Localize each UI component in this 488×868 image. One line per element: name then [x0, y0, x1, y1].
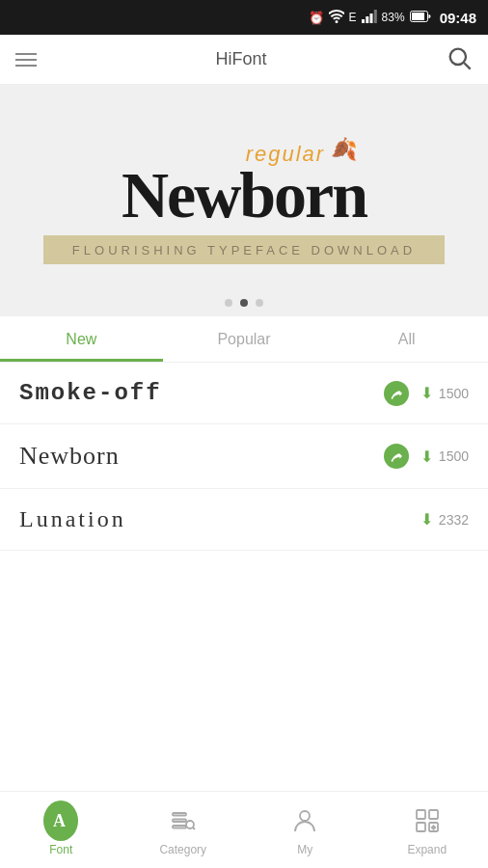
font-name-smokeoff: Smoke-off [19, 380, 376, 406]
svg-text:A: A [53, 811, 66, 830]
alarm-icon: ⏰ [309, 11, 324, 25]
app-title: HiFont [215, 49, 266, 69]
download-arrow-1: ⬇ [420, 384, 433, 402]
badge-smokeoff [384, 381, 409, 406]
svg-rect-5 [412, 13, 424, 20]
svg-rect-2 [369, 14, 372, 23]
svg-rect-16 [429, 810, 438, 819]
svg-rect-10 [173, 820, 186, 823]
downloads-lunation: ⬇ 2332 [420, 510, 469, 529]
nav-my[interactable]: My [244, 792, 366, 868]
nav-expand[interactable]: Expand [366, 792, 489, 868]
nav-font[interactable]: A Font [0, 792, 122, 868]
banner-subtitle-bar: Flourishing Typeface Download [43, 235, 445, 264]
tab-popular[interactable]: Popular [163, 316, 326, 362]
nav-font-label: Font [49, 843, 72, 856]
bottom-navigation: A Font Category [0, 791, 488, 868]
font-item-newborn[interactable]: Newborn ⬇ 1500 [0, 424, 488, 489]
dot-3 [256, 299, 263, 307]
svg-rect-1 [366, 16, 368, 23]
banner: regular 🍂 Newborn Flourishing Typeface D… [0, 85, 488, 316]
svg-line-7 [464, 63, 470, 68]
svg-rect-17 [417, 823, 425, 831]
tab-all[interactable]: All [325, 316, 488, 362]
download-arrow-2: ⬇ [420, 448, 433, 466]
svg-rect-15 [417, 810, 425, 819]
wifi-icon [329, 10, 344, 26]
svg-point-12 [186, 821, 194, 828]
expand-nav-icon [410, 803, 445, 838]
font-nav-icon: A [43, 803, 78, 838]
font-name-lunation: Lunation [19, 506, 409, 532]
my-nav-icon [287, 803, 322, 838]
svg-point-14 [300, 811, 310, 821]
nav-my-label: My [297, 843, 312, 856]
network-type: E [349, 11, 357, 24]
battery-label: 83% [382, 11, 405, 24]
downloads-newborn: ⬇ 1500 [420, 448, 469, 466]
banner-dots [225, 299, 263, 307]
top-navigation: HiFont [0, 35, 488, 85]
svg-line-13 [193, 827, 195, 829]
tab-new[interactable]: New [0, 316, 163, 362]
banner-subtitle: Flourishing Typeface Download [72, 243, 416, 258]
nav-expand-label: Expand [407, 843, 447, 856]
dot-2 [240, 299, 248, 307]
battery-icon [410, 11, 431, 25]
download-count-3: 2332 [439, 512, 469, 528]
search-button[interactable] [446, 44, 473, 75]
banner-title: Newborn [122, 162, 366, 228]
downloads-smokeoff: ⬇ 1500 [420, 384, 469, 402]
nav-category-label: Category [159, 843, 206, 856]
status-bar: ⏰ E 83% 09:48 [0, 0, 488, 35]
font-name-newborn: Newborn [19, 442, 376, 471]
svg-rect-0 [362, 19, 365, 23]
menu-button[interactable] [15, 53, 37, 67]
svg-rect-11 [173, 826, 186, 828]
signal-icon [362, 10, 377, 26]
svg-point-6 [450, 48, 466, 64]
badge-newborn [384, 444, 409, 469]
download-count-1: 1500 [439, 386, 469, 401]
category-nav-icon [166, 803, 201, 838]
nav-category[interactable]: Category [122, 792, 245, 868]
tab-bar: New Popular All [0, 316, 488, 363]
font-item-smokeoff[interactable]: Smoke-off ⬇ 1500 [0, 363, 488, 424]
clock-display: 09:48 [440, 10, 476, 26]
svg-rect-3 [373, 10, 376, 23]
download-arrow-3: ⬇ [420, 510, 433, 529]
download-count-2: 1500 [439, 448, 469, 464]
svg-rect-9 [173, 813, 186, 816]
dot-1 [225, 299, 232, 307]
font-item-lunation[interactable]: Lunation ⬇ 2332 [0, 489, 488, 551]
